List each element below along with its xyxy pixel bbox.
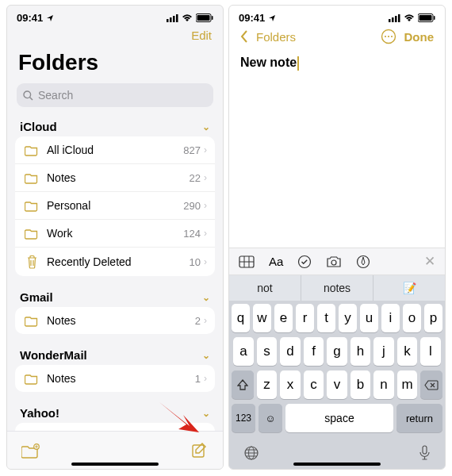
- suggestion-3[interactable]: 📝: [373, 275, 445, 301]
- dictation-key[interactable]: [419, 445, 431, 461]
- back-label: Folders: [256, 30, 296, 44]
- key-j[interactable]: j: [373, 337, 394, 366]
- key-f[interactable]: f: [304, 337, 324, 366]
- shift-key[interactable]: [232, 370, 254, 399]
- location-icon: [268, 14, 276, 22]
- section-header[interactable]: Gmail⌄: [7, 284, 223, 307]
- shift-icon: [237, 379, 248, 390]
- done-button[interactable]: Done: [404, 30, 435, 44]
- key-y[interactable]: y: [339, 304, 357, 332]
- key-v[interactable]: v: [327, 370, 347, 399]
- close-toolbar-button[interactable]: ✕: [424, 253, 435, 270]
- chevron-right-icon: ›: [204, 315, 207, 326]
- space-key[interactable]: space: [285, 404, 393, 432]
- section-name: iCloud: [20, 120, 57, 133]
- section-header[interactable]: iCloud⌄: [7, 113, 223, 136]
- globe-key[interactable]: [243, 445, 259, 461]
- battery-icon: [196, 13, 213, 22]
- page-title: Folders: [7, 45, 223, 80]
- folder-row[interactable]: Notes22›: [15, 164, 215, 192]
- key-w[interactable]: w: [253, 304, 271, 332]
- return-key[interactable]: return: [396, 404, 442, 432]
- folder-row[interactable]: Work124›: [15, 220, 215, 248]
- key-e[interactable]: e: [274, 304, 293, 332]
- key-q[interactable]: q: [232, 304, 250, 332]
- keyboard-toolbar: Aa ✕: [229, 248, 445, 275]
- backspace-icon: [424, 380, 439, 390]
- folder-row[interactable]: Notes1›: [15, 365, 215, 392]
- key-g[interactable]: g: [327, 337, 347, 366]
- more-button[interactable]: [381, 29, 396, 44]
- emoji-key[interactable]: ☺: [259, 404, 282, 432]
- suggestion-2[interactable]: notes: [301, 275, 373, 301]
- key-l[interactable]: l: [420, 337, 441, 366]
- folder-icon: [23, 172, 40, 184]
- table-button[interactable]: [239, 255, 255, 268]
- svg-rect-16: [398, 14, 400, 22]
- back-button[interactable]: Folders: [240, 30, 296, 44]
- folder-row[interactable]: Personal290›: [15, 192, 215, 220]
- folder-label: Personal: [40, 199, 183, 212]
- suggestion-1[interactable]: not: [229, 275, 301, 301]
- nav-bar: Edit: [7, 25, 223, 45]
- key-x[interactable]: x: [280, 370, 301, 399]
- folder-label: Notes: [40, 372, 195, 385]
- svg-rect-38: [423, 446, 427, 454]
- key-m[interactable]: m: [397, 370, 418, 399]
- folder-count: 2: [195, 315, 204, 327]
- folder-row[interactable]: Notes2›: [15, 307, 215, 334]
- key-p[interactable]: p: [424, 304, 442, 332]
- folder-row[interactable]: All iCloud827›: [15, 136, 215, 164]
- key-h[interactable]: h: [350, 337, 371, 366]
- checklist-button[interactable]: [297, 255, 312, 269]
- numbers-key[interactable]: 123: [232, 404, 255, 432]
- svg-rect-3: [176, 14, 178, 22]
- key-d[interactable]: d: [280, 337, 301, 366]
- note-title-text: New note: [240, 56, 297, 69]
- key-r[interactable]: r: [296, 304, 314, 332]
- folder-count: 22: [190, 172, 204, 184]
- backspace-key[interactable]: [420, 370, 442, 399]
- chevron-right-icon: ›: [204, 256, 207, 267]
- cellular-icon: [389, 14, 400, 22]
- key-t[interactable]: t: [317, 304, 335, 332]
- chevron-down-icon: ⌄: [202, 350, 210, 361]
- key-z[interactable]: z: [257, 370, 278, 399]
- section-header[interactable]: WonderMail⌄: [7, 342, 223, 365]
- key-k[interactable]: k: [397, 337, 418, 366]
- camera-icon: [326, 255, 342, 268]
- camera-button[interactable]: [326, 255, 342, 268]
- folder-count: 827: [183, 144, 204, 156]
- emoji-suggestion-icon: 📝: [403, 282, 416, 294]
- compose-button[interactable]: [191, 442, 209, 459]
- keyboard: Aa ✕ not notes 📝 qwertyuiop asdfghjkl zx…: [229, 248, 445, 469]
- folder-row[interactable]: Recently Deleted10›: [15, 248, 215, 276]
- svg-rect-5: [197, 15, 210, 21]
- key-o[interactable]: o: [403, 304, 421, 332]
- new-folder-icon: [21, 443, 40, 459]
- note-title[interactable]: New note: [229, 48, 445, 79]
- table-icon: [239, 255, 255, 268]
- key-i[interactable]: i: [381, 304, 400, 332]
- format-button[interactable]: Aa: [269, 255, 283, 268]
- globe-icon: [243, 445, 259, 461]
- status-bar: 09:41: [7, 6, 223, 25]
- folder-list: Notes2›: [15, 307, 215, 334]
- status-time: 09:41: [239, 12, 265, 24]
- compose-icon: [191, 442, 209, 459]
- key-n[interactable]: n: [373, 370, 394, 399]
- phone-new-note: 09:41 Folders Done New note Aa: [228, 5, 446, 470]
- chevron-down-icon: ⌄: [202, 408, 210, 419]
- markup-button[interactable]: [356, 255, 370, 269]
- folder-count: 124: [183, 228, 204, 240]
- new-folder-button[interactable]: [21, 443, 40, 459]
- chevron-right-icon: ›: [204, 228, 207, 239]
- key-u[interactable]: u: [360, 304, 378, 332]
- key-b[interactable]: b: [350, 370, 371, 399]
- key-c[interactable]: c: [304, 370, 324, 399]
- trash-icon: [23, 255, 40, 269]
- edit-button[interactable]: Edit: [191, 29, 212, 42]
- key-a[interactable]: a: [233, 337, 254, 366]
- search-input[interactable]: Search: [17, 83, 213, 107]
- key-s[interactable]: s: [257, 337, 278, 366]
